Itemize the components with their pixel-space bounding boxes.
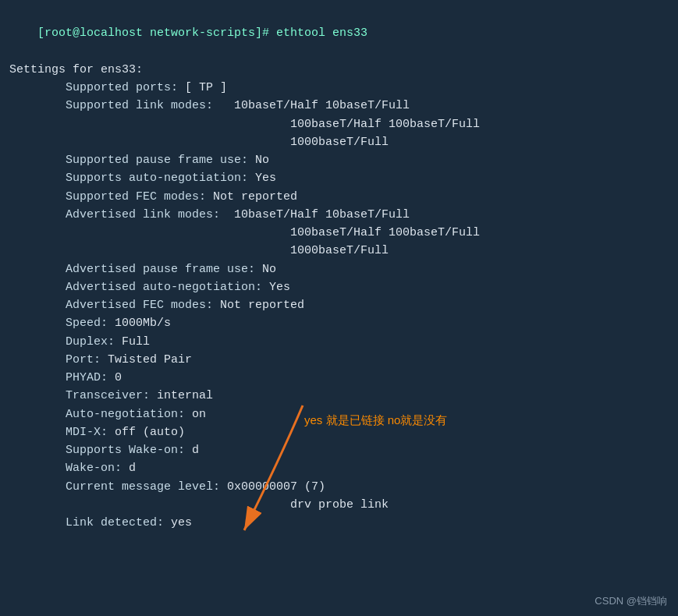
supported-link-modes-value2: 100baseT/Half 100baseT/Full bbox=[290, 118, 480, 131]
port-key: Port: bbox=[66, 353, 108, 366]
supported-link-modes-value1: 10baseT/Half 10baseT/Full bbox=[234, 99, 410, 112]
advertised-auto-neg-value: Yes bbox=[269, 281, 290, 294]
phyad-line: PHYAD: 0 bbox=[9, 369, 669, 387]
prompt: [root@localhost network-scripts]# ethtoo… bbox=[37, 27, 367, 40]
supported-ports-key: Supported ports: bbox=[66, 81, 185, 94]
advertised-pause-value: No bbox=[262, 263, 276, 276]
supported-fec-value: Not reported bbox=[213, 190, 297, 204]
advertised-link-modes-line3: 1000baseT/Full bbox=[9, 242, 669, 260]
port-value: Twisted Pair bbox=[108, 353, 192, 366]
transceiver-line: Transceiver: internal bbox=[9, 387, 669, 405]
duplex-key: Duplex: bbox=[66, 335, 122, 349]
supported-pause-value: No bbox=[255, 154, 269, 167]
supported-ports-line: Supported ports: [ TP ] bbox=[9, 79, 669, 97]
advertised-fec-key: Advertised FEC modes: bbox=[66, 299, 220, 312]
phyad-value: 0 bbox=[115, 371, 122, 384]
link-detected-value: yes bbox=[171, 516, 192, 529]
drv-probe-link-value: drv probe link bbox=[290, 498, 389, 512]
supports-wake-on-line: Supports Wake-on: d bbox=[9, 441, 669, 459]
csdn-watermark: CSDN @铛铛响 bbox=[595, 594, 667, 608]
advertised-link-modes-value2: 100baseT/Half 100baseT/Full bbox=[290, 226, 480, 239]
advertised-fec-value: Not reported bbox=[220, 299, 304, 312]
supported-link-modes-key: Supported link modes: bbox=[66, 99, 234, 112]
advertised-link-modes-value3: 1000baseT/Full bbox=[290, 244, 389, 257]
annotation-container: yes 就是已链接 no就是没有 bbox=[304, 413, 447, 428]
advertised-pause-line: Advertised pause frame use: No bbox=[9, 260, 669, 278]
supported-ports-value: [ TP ] bbox=[185, 81, 227, 94]
supported-link-modes-line3: 1000baseT/Full bbox=[9, 133, 669, 151]
advertised-pause-key: Advertised pause frame use: bbox=[66, 263, 262, 276]
annotation-text: yes 就是已链接 no就是没有 bbox=[304, 413, 447, 427]
supports-wake-on-key: Supports Wake-on: bbox=[66, 444, 192, 457]
mdi-x-key: MDI-X: bbox=[66, 426, 115, 439]
settings-header: Settings for ens33: bbox=[9, 61, 669, 79]
link-detected-key: Link detected: bbox=[66, 516, 171, 529]
phyad-key: PHYAD: bbox=[66, 371, 115, 384]
transceiver-value: internal bbox=[157, 389, 213, 402]
prompt-line: [root@localhost network-scripts]# ethtoo… bbox=[9, 6, 669, 61]
transceiver-key: Transceiver: bbox=[66, 389, 157, 402]
auto-neg-key: Auto-negotiation: bbox=[66, 408, 192, 421]
supported-pause-line: Supported pause frame use: No bbox=[9, 151, 669, 169]
supports-wake-on-value: d bbox=[192, 444, 199, 457]
advertised-auto-neg-line: Advertised auto-negotiation: Yes bbox=[9, 278, 669, 296]
advertised-auto-neg-key: Advertised auto-negotiation: bbox=[66, 281, 269, 294]
duplex-value: Full bbox=[122, 335, 150, 349]
speed-value: 1000Mb/s bbox=[115, 317, 171, 330]
drv-probe-link-line: drv probe link bbox=[9, 496, 669, 514]
speed-line: Speed: 1000Mb/s bbox=[9, 314, 669, 332]
wake-on-value: d bbox=[129, 462, 136, 475]
link-detected-line: Link detected: yes bbox=[9, 514, 669, 532]
wake-on-line: Wake-on: d bbox=[9, 459, 669, 477]
advertised-link-modes-line2: 100baseT/Half 100baseT/Full bbox=[9, 224, 669, 242]
advertised-link-modes-key: Advertised link modes: bbox=[66, 208, 234, 221]
port-line: Port: Twisted Pair bbox=[9, 351, 669, 369]
supported-link-modes-value3: 1000baseT/Full bbox=[290, 136, 389, 149]
current-message-line: Current message level: 0x00000007 (7) bbox=[9, 478, 669, 496]
supported-link-modes-line1: Supported link modes: 10baseT/Half 10bas… bbox=[9, 97, 669, 115]
duplex-line: Duplex: Full bbox=[9, 333, 669, 351]
supports-auto-neg-value: Yes bbox=[255, 172, 276, 185]
supported-fec-line: Supported FEC modes: Not reported bbox=[9, 188, 669, 206]
advertised-fec-line: Advertised FEC modes: Not reported bbox=[9, 296, 669, 314]
supported-link-modes-line2: 100baseT/Half 100baseT/Full bbox=[9, 115, 669, 133]
advertised-link-modes-line1: Advertised link modes: 10baseT/Half 10ba… bbox=[9, 206, 669, 224]
mdi-x-value: off (auto) bbox=[115, 426, 185, 439]
wake-on-key: Wake-on: bbox=[66, 462, 129, 475]
supports-auto-neg-key: Supports auto-negotiation: bbox=[66, 172, 255, 185]
terminal-window: [root@localhost network-scripts]# ethtoo… bbox=[0, 0, 678, 616]
supports-auto-neg-line: Supports auto-negotiation: Yes bbox=[9, 169, 669, 187]
supported-fec-key: Supported FEC modes: bbox=[66, 190, 213, 204]
auto-neg-value: on bbox=[192, 408, 206, 421]
supported-pause-key: Supported pause frame use: bbox=[66, 154, 255, 167]
current-message-value: 0x00000007 (7) bbox=[227, 480, 325, 494]
advertised-link-modes-value1: 10baseT/Half 10baseT/Full bbox=[234, 208, 410, 221]
speed-key: Speed: bbox=[66, 317, 115, 330]
current-message-key: Current message level: bbox=[66, 480, 227, 494]
